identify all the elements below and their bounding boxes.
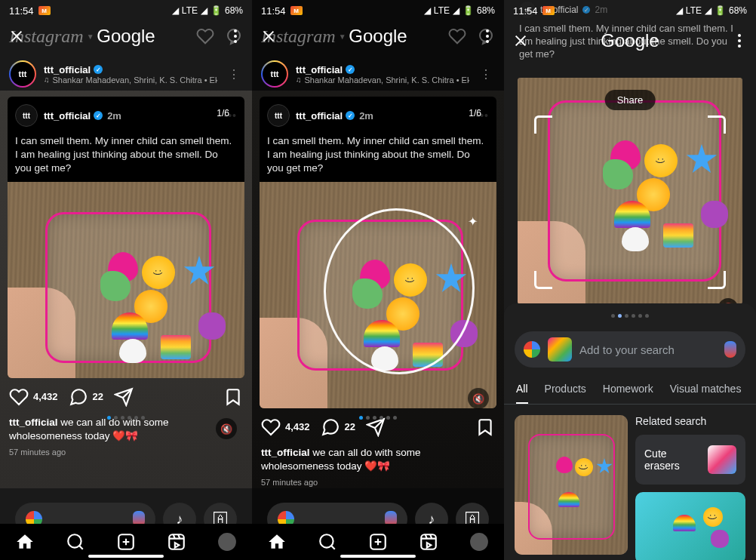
status-bar: 11:54 ◢LTE◢🔋68%	[504, 0, 756, 21]
crop-corner-tl[interactable]	[534, 115, 552, 134]
menu-button[interactable]	[480, 29, 495, 44]
comment-button[interactable]	[321, 417, 340, 437]
nav-reels[interactable]	[167, 532, 186, 552]
nav-home[interactable]	[15, 532, 35, 552]
menu-button[interactable]	[732, 33, 747, 48]
status-bar: 11:54 ◢LTE◢🔋68%	[252, 0, 504, 21]
post-username[interactable]: ttt_official	[44, 110, 91, 122]
username[interactable]: ttt_official	[44, 64, 91, 75]
nav-profile[interactable]	[217, 532, 237, 552]
like-button[interactable]	[261, 417, 281, 437]
mute-button[interactable]: 🔇	[216, 418, 237, 439]
nav-profile[interactable]	[469, 532, 489, 552]
battery-icon: 🔋	[211, 5, 222, 16]
related-chip[interactable]: Cute erasers	[635, 435, 745, 485]
gmail-icon	[38, 6, 51, 15]
share-button[interactable]: Share	[605, 90, 656, 110]
story-header: ttt ttt_official ♫Shankar Mahadevan, Shr…	[0, 51, 252, 97]
post-image[interactable]: ✦	[260, 182, 496, 408]
tab-homework[interactable]: Homework	[603, 375, 653, 404]
google-logo: Google	[528, 30, 732, 51]
comment-count: 22	[93, 391, 103, 402]
nav-add[interactable]	[368, 532, 388, 552]
more-button[interactable]: ⋮	[477, 64, 495, 85]
chip-thumbnail	[708, 445, 736, 474]
close-button[interactable]	[9, 29, 24, 44]
tabs: All Products Homework Visual matches Abo…	[504, 375, 756, 405]
search-input[interactable]: Add to your search	[515, 331, 745, 368]
music-icon: ♫	[44, 75, 50, 84]
home-indicator	[88, 555, 164, 558]
like-count: 4,432	[33, 391, 58, 402]
svg-point-9	[470, 533, 488, 551]
carousel-dots	[107, 416, 145, 420]
related-label: Related search	[635, 415, 745, 427]
google-logo: Google	[276, 26, 480, 47]
mute-button[interactable]: 🔇	[468, 388, 489, 409]
post-card: ttt ttt_official2m ••• I can smell them.…	[8, 97, 244, 378]
page-indicator: 1/6	[209, 106, 237, 121]
nav-add[interactable]	[116, 532, 136, 552]
post-image[interactable]	[8, 182, 244, 378]
carousel-dots	[504, 311, 756, 321]
bookmark-button[interactable]	[223, 387, 243, 407]
svg-point-6	[320, 534, 333, 547]
caption-below: ttt_official we can all do with some who…	[0, 416, 252, 448]
tab-visual[interactable]: Visual matches	[670, 375, 742, 404]
avatar[interactable]: ttt	[9, 60, 36, 88]
post-card: ttt ttt_official2m ••• I can smell them.…	[260, 97, 496, 408]
verified-icon	[94, 111, 103, 120]
status-bar: 11:54 ◢ LTE ◢ 🔋 68%	[0, 0, 252, 21]
lens-image[interactable]: Share 🔇	[518, 78, 742, 304]
post-avatar[interactable]: ttt	[15, 104, 38, 127]
share-button[interactable]	[114, 387, 134, 407]
tab-all[interactable]: All	[516, 375, 528, 404]
gmail-icon	[290, 6, 303, 15]
share-button[interactable]	[366, 417, 386, 437]
close-button[interactable]	[261, 29, 276, 44]
nav-search[interactable]	[66, 532, 85, 552]
avatar[interactable]: ttt	[261, 60, 288, 88]
bookmark-button[interactable]	[475, 417, 495, 437]
story-header: ttt ttt_official ♫Shankar Mahadevan, Shr…	[252, 51, 504, 97]
result-image[interactable]	[515, 415, 628, 555]
nav-home[interactable]	[267, 532, 287, 552]
results-sheet[interactable]: Add to your search All Products Homework…	[504, 303, 756, 560]
more-button[interactable]: ⋮	[225, 64, 243, 85]
result-image[interactable]	[635, 492, 745, 560]
verified-icon	[94, 65, 103, 74]
svg-point-1	[68, 534, 81, 547]
post-time: 2m	[107, 110, 121, 122]
menu-button[interactable]	[228, 29, 243, 44]
close-button[interactable]	[513, 33, 528, 48]
post-timestamp: 57 minutes ago	[0, 448, 252, 457]
comment-button[interactable]	[69, 387, 88, 407]
crop-corner-tr[interactable]	[708, 115, 726, 134]
mic-icon[interactable]	[724, 341, 736, 358]
nav-search[interactable]	[318, 532, 337, 552]
search-placeholder: Add to your search	[579, 343, 717, 356]
like-button[interactable]	[9, 387, 29, 407]
action-row: 4,432 22	[0, 378, 252, 416]
search-thumbnail	[548, 337, 572, 362]
crop-corner-bl[interactable]	[534, 271, 552, 289]
music-text: Shankar Mahadevan, Shrini, K. S. Chitra …	[53, 75, 218, 85]
post-caption: I can smell them. My inner child can sme…	[8, 134, 244, 182]
google-logo: Google	[24, 26, 228, 47]
nav-reels[interactable]	[419, 532, 438, 552]
svg-point-4	[218, 533, 236, 551]
signal-label: LTE	[182, 5, 198, 16]
crop-corner-br[interactable]	[708, 271, 726, 289]
page-indicator: 1/6	[461, 106, 489, 121]
google-g-icon	[524, 341, 540, 358]
signal-icon: ◢	[201, 5, 207, 16]
status-time: 11:54	[9, 5, 34, 17]
tab-products[interactable]: Products	[545, 375, 586, 404]
battery-pct: 68%	[225, 5, 243, 16]
signal-icon: ◢	[172, 5, 179, 16]
